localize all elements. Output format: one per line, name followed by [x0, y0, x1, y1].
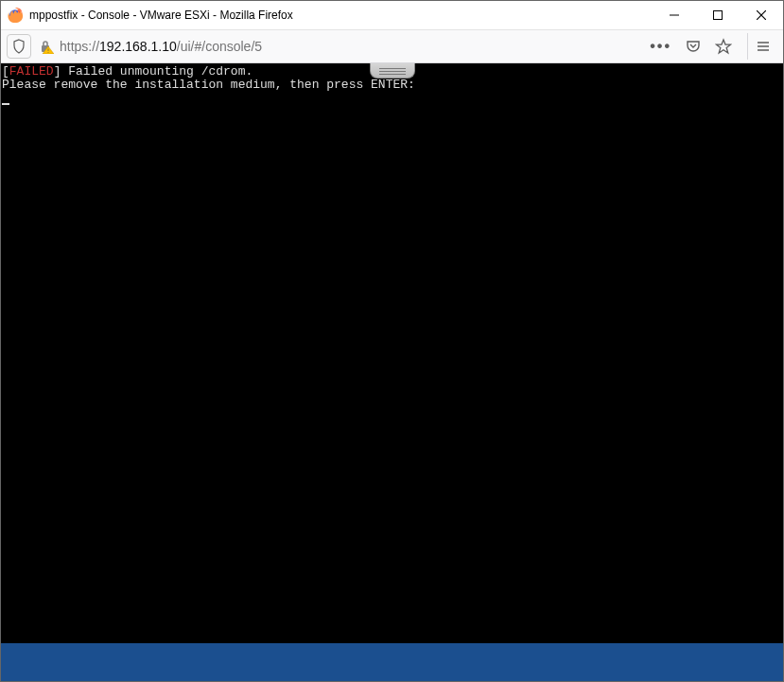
lock-warning-icon — [39, 39, 54, 54]
close-button[interactable] — [740, 1, 783, 29]
firefox-icon — [7, 7, 24, 24]
url-scheme: https:// — [60, 39, 99, 54]
toolbar-right: ••• — [650, 38, 736, 55]
url-text: https://192.168.1.10/ui/#/console/5 — [60, 39, 262, 54]
address-bar: https://192.168.1.10/ui/#/console/5 ••• — [1, 29, 783, 63]
vm-console[interactable]: [FAILED] Failed unmounting /cdrom. Pleas… — [1, 63, 783, 643]
footer-bar — [1, 643, 783, 681]
console-line2: Please remove the installation medium, t… — [2, 78, 415, 92]
console-drag-handle[interactable] — [370, 63, 415, 79]
console-line1: Failed unmounting /cdrom. — [61, 64, 253, 79]
window-controls — [653, 1, 783, 29]
window-title: mppostfix - Console - VMware ESXi - Mozi… — [29, 9, 653, 22]
grip-line — [379, 74, 406, 75]
svg-rect-8 — [48, 52, 49, 53]
grip-line — [379, 68, 406, 69]
console-cursor — [2, 103, 9, 105]
pocket-icon[interactable] — [685, 38, 702, 55]
content-area: [FAILED] Failed unmounting /cdrom. Pleas… — [1, 63, 783, 681]
tracking-protection-icon[interactable] — [7, 34, 31, 59]
console-bracket: [ — [2, 64, 9, 79]
maximize-button[interactable] — [696, 1, 740, 29]
svg-rect-2 — [714, 11, 723, 20]
url-host: 192.168.1.10 — [99, 39, 177, 54]
console-failed-status: FAILED — [9, 64, 54, 79]
app-menu-button[interactable] — [747, 33, 777, 60]
bookmark-star-icon[interactable] — [715, 38, 732, 55]
minimize-button[interactable] — [653, 1, 696, 29]
window-titlebar: mppostfix - Console - VMware ESXi - Mozi… — [1, 1, 783, 29]
url-input[interactable]: https://192.168.1.10/ui/#/console/5 — [39, 33, 642, 60]
page-actions-icon[interactable]: ••• — [650, 38, 671, 55]
svg-rect-7 — [48, 49, 49, 52]
grip-line — [379, 71, 406, 72]
hamburger-icon — [756, 39, 771, 54]
url-path: /ui/#/console/5 — [177, 39, 262, 54]
